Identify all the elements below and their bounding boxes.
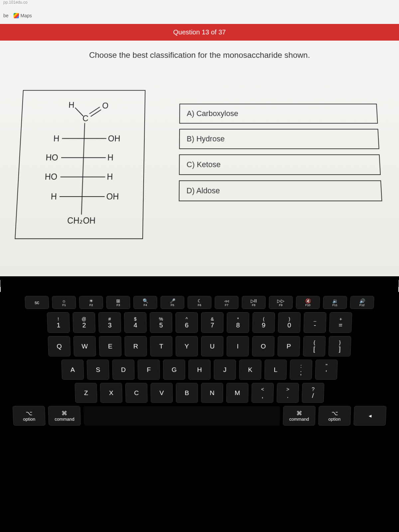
- mol-r3-left: HO: [46, 153, 58, 162]
- key-7[interactable]: &7: [201, 312, 223, 333]
- quiz-container: Question 13 of 37 Choose the best classi…: [0, 24, 399, 292]
- mol-r3-right: H: [107, 153, 114, 162]
- key-esc[interactable]: sc: [25, 296, 49, 309]
- key-punct[interactable]: :;: [290, 359, 312, 380]
- option-b[interactable]: B) Hydrose: [179, 129, 379, 149]
- mol-r5-right: OH: [106, 192, 119, 201]
- key-f10[interactable]: 🔇F10: [296, 296, 320, 309]
- key-space[interactable]: [83, 406, 280, 426]
- key-0[interactable]: )0: [278, 312, 301, 333]
- answer-options: A) Carboxylose B) Hydrose C) Ketose D) A…: [179, 90, 385, 247]
- key-f[interactable]: F: [138, 359, 160, 380]
- key-h[interactable]: H: [189, 359, 211, 380]
- key-punct[interactable]: ?/: [302, 383, 325, 403]
- key-k[interactable]: K: [239, 359, 261, 380]
- mol-o: O: [102, 101, 109, 110]
- mol-h-top: H: [68, 100, 74, 109]
- key-command[interactable]: ⌘command: [283, 406, 316, 426]
- key-punct[interactable]: >.: [277, 383, 299, 403]
- keyboard: sc☼F1☀F2⊞F3🔍F4🎤F5☾F6◃◃F7▷IIF8▷▷F9🔇F10🔉F1…: [0, 276, 399, 441]
- maps-label: Maps: [21, 13, 32, 18]
- key-punct[interactable]: <,: [251, 383, 274, 403]
- key-b[interactable]: B: [176, 383, 198, 403]
- key-f6[interactable]: ☾F6: [188, 296, 211, 309]
- key-c[interactable]: C: [125, 383, 148, 403]
- key-f5[interactable]: 🎤F5: [161, 296, 185, 309]
- key-f4[interactable]: 🔍F4: [133, 296, 157, 309]
- key-f9[interactable]: ▷▷F9: [269, 296, 293, 309]
- key-2[interactable]: @2: [72, 312, 95, 333]
- key-f7[interactable]: ◃◃F7: [215, 296, 239, 309]
- key-v[interactable]: V: [151, 383, 173, 403]
- key-a[interactable]: A: [61, 359, 84, 380]
- mol-c: C: [82, 114, 89, 123]
- key-8[interactable]: *8: [227, 312, 249, 333]
- key-option[interactable]: ⌥option: [13, 406, 46, 426]
- bookmark-maps[interactable]: Maps: [14, 13, 32, 18]
- tube-label: be: [3, 13, 9, 18]
- key-i[interactable]: I: [226, 336, 249, 356]
- mol-r5-left: H: [51, 192, 57, 201]
- key-d[interactable]: D: [112, 359, 135, 380]
- key-t[interactable]: T: [150, 336, 172, 356]
- mol-r4-right: H: [107, 172, 113, 182]
- key-m[interactable]: M: [226, 383, 249, 403]
- key-z[interactable]: Z: [75, 383, 97, 403]
- key-l[interactable]: L: [264, 359, 287, 380]
- key-4[interactable]: $4: [124, 312, 147, 333]
- key-punct[interactable]: "': [315, 359, 337, 380]
- mol-bottom: CH₂OH: [67, 216, 96, 225]
- key-f8[interactable]: ▷IIF8: [242, 296, 266, 309]
- svg-line-0: [75, 108, 83, 116]
- key-1[interactable]: !1: [47, 312, 70, 333]
- key-p[interactable]: P: [278, 336, 300, 356]
- svg-line-1: [89, 107, 100, 114]
- molecule-structure: H C O H OH HO H HO H: [15, 90, 145, 239]
- key-command[interactable]: ⌘command: [48, 406, 81, 426]
- key-bracket[interactable]: }]: [329, 336, 351, 356]
- key-y[interactable]: Y: [176, 336, 198, 356]
- content-area: H C O H OH HO H HO H: [0, 76, 399, 292]
- key-arrow[interactable]: ◂: [353, 406, 386, 426]
- svg-line-2: [91, 110, 101, 116]
- key-3[interactable]: #3: [98, 312, 121, 333]
- key-f1[interactable]: ☼F1: [52, 296, 76, 309]
- key-n[interactable]: N: [201, 383, 223, 403]
- key-e[interactable]: E: [99, 336, 121, 356]
- mol-r2-left: H: [53, 134, 60, 143]
- question-header: Question 13 of 37: [0, 24, 399, 41]
- key-9[interactable]: (9: [252, 312, 275, 333]
- option-a[interactable]: A) Carboxylose: [179, 104, 378, 124]
- key-5[interactable]: %5: [150, 312, 172, 333]
- maps-icon: [14, 13, 19, 18]
- key-f12[interactable]: 🔊F12: [350, 296, 374, 309]
- key-w[interactable]: W: [73, 336, 96, 356]
- question-prompt: Choose the best classification for the m…: [0, 41, 399, 76]
- mol-r2-right: OH: [108, 134, 121, 143]
- option-d[interactable]: D) Aldose: [179, 180, 382, 201]
- key-x[interactable]: X: [100, 383, 122, 403]
- key-option[interactable]: ⌥option: [318, 406, 351, 426]
- key-j[interactable]: J: [214, 359, 236, 380]
- key-s[interactable]: S: [87, 359, 109, 380]
- key-6[interactable]: ^6: [176, 312, 198, 333]
- mol-r4-left: HO: [45, 172, 58, 182]
- key-u[interactable]: U: [201, 336, 223, 356]
- bookmark-tube[interactable]: be: [3, 13, 9, 18]
- key-q[interactable]: Q: [48, 336, 70, 356]
- bookmarks-bar: be Maps: [0, 7, 399, 24]
- svg-line-3: [81, 123, 85, 214]
- key-r[interactable]: R: [124, 336, 147, 356]
- key-g[interactable]: G: [163, 359, 185, 380]
- option-c[interactable]: C) Ketose: [179, 154, 381, 175]
- key-bracket[interactable]: {[: [303, 336, 326, 356]
- key-f11[interactable]: 🔉F11: [323, 296, 347, 309]
- key-o[interactable]: O: [252, 336, 275, 356]
- key-=[interactable]: +=: [329, 312, 352, 333]
- key--[interactable]: _-: [304, 312, 327, 333]
- url-fragment: pp.101edu.co: [0, 0, 399, 7]
- key-f3[interactable]: ⊞F3: [106, 296, 130, 309]
- key-f2[interactable]: ☀F2: [79, 296, 103, 309]
